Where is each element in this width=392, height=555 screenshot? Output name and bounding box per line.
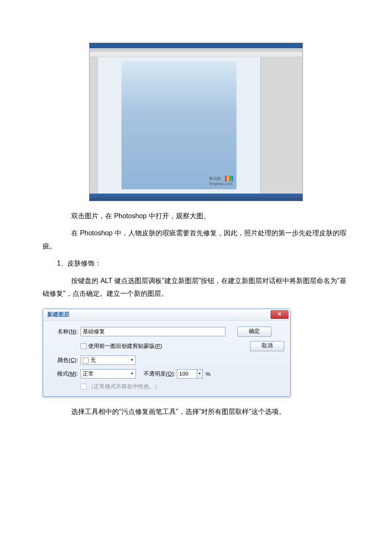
mode-label: 模式(M): <box>49 370 81 378</box>
name-input[interactable]: 基础修复 <box>81 327 225 336</box>
title-bar <box>89 43 303 48</box>
row-name: 名称(N): 基础修复 确定 <box>49 327 284 337</box>
cancel-button[interactable]: 取消 <box>250 341 284 351</box>
work-area: 蜂鸟网 fengniao.com <box>89 57 303 194</box>
opacity-label: 不透明度(O): <box>144 370 175 378</box>
canvas: 蜂鸟网 fengniao.com <box>98 57 260 194</box>
color-label: 颜色(C): <box>49 356 81 364</box>
dialog-title: 新建图层 <box>47 311 271 318</box>
paragraph-spot-healing: 选择工具相中的"污点修复画笔工具"，选择"对所有图层取样"这个选项。 <box>43 405 349 418</box>
neutral-note: （正常模式不存在中性色。） <box>88 383 160 390</box>
color-select[interactable]: 无 ▼ <box>81 356 136 365</box>
opacity-input[interactable]: 100 <box>177 369 197 379</box>
row-mode: 模式(M): 正常 ▼ 不透明度(O): 100 ▸ % <box>49 369 284 379</box>
paragraph-open-image: 双击图片，在 Photoshop 中打开，观察大图。 <box>43 210 349 223</box>
taskbar <box>89 194 303 201</box>
opacity-unit: % <box>205 371 210 377</box>
mode-select[interactable]: 正常 ▼ <box>81 369 136 379</box>
photoshop-screenshot: 蜂鸟网 fengniao.com <box>89 43 303 201</box>
row-color: 颜色(C): 无 ▼ <box>49 356 284 365</box>
panels <box>260 57 303 194</box>
new-layer-dialog: 新建图层 ✕ 名称(N): 基础修复 确定 使用前一图层创建剪 <box>43 309 291 397</box>
dialog-titlebar: 新建图层 ✕ <box>43 309 290 321</box>
paragraph-alt-new-layer: 按键盘的 ALT 健点选图层调板"建立新图层"按钮，在建立新图层对话框中将新图层… <box>43 275 349 301</box>
ok-button[interactable]: 确定 <box>237 327 271 337</box>
clip-checkbox-group[interactable]: 使用前一图层创建剪贴蒙版(P) <box>81 342 238 350</box>
name-label: 名称(N): <box>49 328 81 335</box>
neutral-checkbox <box>81 384 86 390</box>
chevron-down-icon: ▼ <box>130 370 134 378</box>
row-clipping: 使用前一图层创建剪贴蒙版(P) 取消 <box>49 341 284 351</box>
watermark: 蜂鸟网 fengniao.com <box>209 176 232 186</box>
paragraph-skin-intro: 在 Photoshop 中，人物皮肤的瑕疵需要首先修复，因此，照片处理的第一步先… <box>43 227 349 253</box>
color-swatch-icon <box>83 358 89 364</box>
options-bar <box>89 52 303 57</box>
chevron-down-icon: ▼ <box>130 356 134 364</box>
dialog-body: 名称(N): 基础修复 确定 使用前一图层创建剪贴蒙版(P) 取消 <box>43 321 290 396</box>
portrait-image: 蜂鸟网 fengniao.com <box>121 61 236 189</box>
menu-bar <box>89 48 303 52</box>
heading-skin-retouch: 1、皮肤修饰： <box>43 257 349 270</box>
row-neutral: （正常模式不存在中性色。） <box>49 383 284 390</box>
clip-label: 使用前一图层创建剪贴蒙版(P) <box>88 342 162 350</box>
opacity-spinner[interactable]: ▸ <box>197 369 203 379</box>
clip-checkbox[interactable] <box>81 343 86 349</box>
close-button[interactable]: ✕ <box>271 310 288 319</box>
tools-panel <box>89 57 98 194</box>
